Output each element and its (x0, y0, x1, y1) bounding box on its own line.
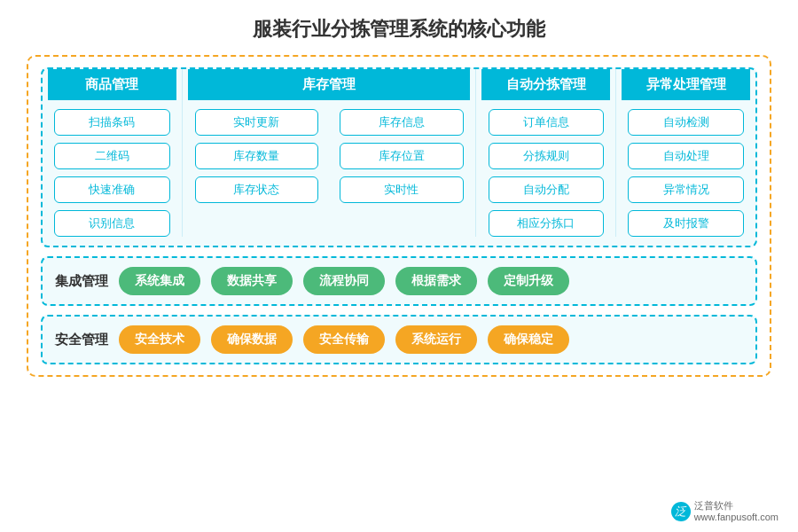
integration-pill-2: 流程协同 (303, 267, 385, 295)
item-port: 相应分拣口 (489, 210, 604, 237)
column-product: 商品管理 扫描条码 二维码 快速准确 识别信息 (43, 69, 183, 237)
item-autoprocess: 自动处理 (628, 143, 743, 169)
col-items-sorting: 订单信息 分拣规则 自动分配 相应分拣口 (481, 109, 610, 237)
col-items-exception: 自动检测 自动处理 异常情况 及时报警 (622, 109, 750, 237)
watermark-line1: 泛普软件 (694, 500, 778, 512)
item-qty: 库存数量 (195, 143, 319, 169)
page-title: 服装行业分拣管理系统的核心功能 (0, 0, 798, 55)
security-pill-4: 确保稳定 (488, 325, 569, 354)
watermark-line2: www.fanpusoft.com (694, 512, 778, 523)
col-items-product: 扫描条码 二维码 快速准确 识别信息 (48, 109, 176, 237)
item-identify: 识别信息 (54, 210, 169, 237)
integration-pill-4: 定制升级 (488, 267, 569, 295)
item-scan: 扫描条码 (54, 109, 169, 136)
watermark-icon: 泛 (671, 502, 691, 521)
security-row: 安全管理 安全技术 确保数据 安全传输 系统运行 确保稳定 (41, 315, 757, 364)
item-inv-pos: 库存位置 (340, 143, 464, 169)
outer-container: 商品管理 扫描条码 二维码 快速准确 识别信息 库存管理 实时更新 库存数量 库… (27, 55, 771, 377)
security-pill-1: 确保数据 (211, 325, 293, 354)
inv-sub2: 库存信息 库存位置 实时性 (332, 109, 470, 203)
item-assign: 自动分配 (489, 176, 604, 203)
integration-label: 集成管理 (55, 273, 108, 290)
item-realtime: 实时更新 (195, 109, 319, 136)
column-exception: 异常处理管理 自动检测 自动处理 异常情况 及时报警 (616, 69, 755, 237)
watermark-text: 泛普软件 www.fanpusoft.com (694, 500, 778, 523)
col-header-exception: 异常处理管理 (622, 69, 750, 100)
col-header-product: 商品管理 (48, 69, 176, 100)
security-pill-0: 安全技术 (119, 325, 200, 354)
item-inv-info: 库存信息 (340, 109, 464, 136)
item-alert: 及时报警 (628, 210, 743, 237)
item-autodetect: 自动检测 (628, 109, 743, 136)
watermark: 泛 泛普软件 www.fanpusoft.com (671, 500, 778, 523)
column-sorting: 自动分拣管理 订单信息 分拣规则 自动分配 相应分拣口 (476, 69, 616, 237)
item-exception: 异常情况 (628, 176, 743, 203)
col-items-inventory: 实时更新 库存数量 库存状态 库存信息 库存位置 实时性 (188, 109, 471, 203)
item-qr: 二维码 (54, 143, 169, 169)
integration-pill-3: 根据需求 (395, 267, 477, 295)
security-pill-3: 系统运行 (395, 325, 477, 354)
col-header-inventory: 库存管理 (188, 69, 471, 100)
item-order: 订单信息 (489, 109, 604, 136)
security-label: 安全管理 (55, 332, 108, 348)
integration-pill-1: 数据共享 (211, 267, 293, 295)
inv-sub1: 实时更新 库存数量 库存状态 (188, 109, 325, 203)
item-status: 库存状态 (195, 176, 319, 203)
integration-row: 集成管理 系统集成 数据共享 流程协同 根据需求 定制升级 (41, 256, 757, 306)
top-section: 商品管理 扫描条码 二维码 快速准确 识别信息 库存管理 实时更新 库存数量 库… (41, 67, 757, 247)
item-realtime2: 实时性 (340, 176, 464, 203)
item-fast: 快速准确 (54, 176, 169, 203)
column-inventory: 库存管理 实时更新 库存数量 库存状态 库存信息 库存位置 实时性 (183, 69, 477, 237)
integration-pill-0: 系统集成 (119, 267, 200, 295)
item-rule: 分拣规则 (489, 143, 604, 169)
security-pill-2: 安全传输 (303, 325, 385, 354)
col-header-sorting: 自动分拣管理 (481, 69, 610, 100)
